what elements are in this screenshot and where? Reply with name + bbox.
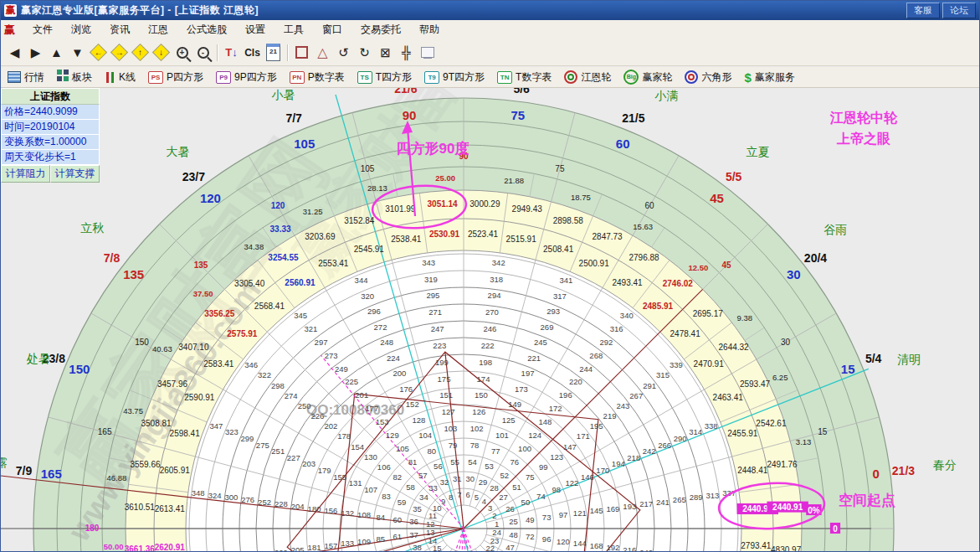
- svg-text:21/5: 21/5: [622, 111, 644, 125]
- svg-text:127: 127: [442, 407, 455, 416]
- svg-text:271: 271: [428, 307, 442, 317]
- svg-text:56: 56: [434, 462, 443, 471]
- svg-text:2568.41: 2568.41: [254, 302, 285, 311]
- diamond-right-icon[interactable]: →: [109, 43, 130, 63]
- gann-wheel-canvas[interactable]: 赢家财富网赢家财富网www.yingjia360.comQQ:100800360…: [1, 88, 980, 552]
- svg-text:72: 72: [526, 532, 535, 541]
- svg-text:2613.41: 2613.41: [155, 504, 186, 513]
- index-info-panel: 上证指数 价格=2440.9099 时间=20190104 变换系数=1.000…: [1, 88, 100, 183]
- svg-text:2898.58: 2898.58: [553, 216, 584, 225]
- svg-text:108: 108: [357, 510, 371, 519]
- rotate-cw-icon[interactable]: ↻: [354, 43, 375, 63]
- svg-text:30: 30: [466, 474, 475, 483]
- calc-resistance-button[interactable]: 计算阻力: [1, 165, 50, 183]
- p-table-button[interactable]: PNP数字表: [290, 70, 345, 85]
- hexagon-button[interactable]: 六角形: [685, 70, 731, 85]
- t-table-button[interactable]: TNT数字表: [497, 70, 552, 85]
- menu-资讯[interactable]: 资讯: [100, 20, 139, 39]
- winner-service-button[interactable]: $赢家服务: [744, 70, 794, 85]
- menu-窗口[interactable]: 窗口: [313, 20, 351, 39]
- menu-设置[interactable]: 设置: [236, 20, 275, 39]
- cls-button[interactable]: Cls: [242, 43, 263, 63]
- rotate-ccw-icon[interactable]: ↺: [333, 43, 354, 63]
- svg-text:101: 101: [495, 431, 509, 440]
- svg-text:34.38: 34.38: [244, 242, 264, 251]
- quotes-button-icon: [8, 71, 21, 83]
- svg-text:241: 241: [656, 498, 670, 507]
- menu-帮助[interactable]: 帮助: [410, 20, 449, 39]
- svg-text:120: 120: [557, 537, 570, 546]
- svg-text:2538.41: 2538.41: [391, 235, 422, 244]
- quotes-button-label: 行情: [24, 70, 44, 85]
- svg-text:73: 73: [542, 513, 552, 522]
- calendar-icon[interactable]: 21: [263, 43, 284, 63]
- center-cross-icon[interactable]: ╬: [396, 43, 417, 63]
- winner-wheel-button[interactable]: Big赢家轮: [623, 70, 672, 85]
- menu-浏览[interactable]: 浏览: [62, 20, 100, 39]
- svg-text:218: 218: [627, 453, 640, 462]
- up-icon[interactable]: ▲: [46, 43, 67, 63]
- triangle-tool-icon[interactable]: △: [312, 43, 333, 63]
- quotes-button[interactable]: 行情: [8, 70, 44, 85]
- sectors-button[interactable]: 板块: [57, 70, 92, 85]
- svg-text:2478.41: 2478.41: [670, 329, 701, 338]
- svg-text:82: 82: [393, 472, 402, 482]
- calc-support-button[interactable]: 计算支撑: [50, 165, 100, 183]
- t-square-button[interactable]: TST四方形: [357, 70, 412, 85]
- 9p-square-button[interactable]: P99P四方形: [216, 70, 277, 85]
- svg-text:2440.91: 2440.91: [772, 503, 803, 512]
- svg-text:173: 173: [515, 384, 528, 394]
- svg-text:343: 343: [422, 258, 435, 267]
- svg-text:148: 148: [538, 417, 552, 426]
- svg-text:12.50: 12.50: [688, 263, 708, 272]
- gann-wheel-button[interactable]: 江恩轮: [564, 70, 611, 85]
- svg-text:36: 36: [409, 517, 418, 526]
- menu-公式选股[interactable]: 公式选股: [177, 20, 236, 39]
- delete-box-icon[interactable]: ⊠: [375, 43, 396, 63]
- t-down-icon[interactable]: T↓: [221, 43, 242, 63]
- diamond-left-icon[interactable]: ←: [88, 43, 109, 63]
- prev-icon[interactable]: ◀: [4, 43, 25, 63]
- svg-text:3457.96: 3457.96: [157, 379, 188, 389]
- svg-text:105: 105: [361, 164, 375, 173]
- menu-江恩[interactable]: 江恩: [139, 20, 177, 39]
- svg-text:150: 150: [69, 362, 90, 376]
- zoom-in-icon[interactable]: +: [172, 43, 192, 63]
- screen-icon[interactable]: [417, 43, 438, 63]
- svg-text:2470.91: 2470.91: [694, 359, 725, 369]
- svg-text:224: 224: [387, 353, 400, 363]
- menu-交易委托[interactable]: 交易委托: [351, 20, 410, 39]
- svg-text:25.00: 25.00: [435, 173, 455, 183]
- svg-text:265: 265: [673, 495, 686, 504]
- svg-text:247: 247: [431, 324, 444, 333]
- diamond-down-icon[interactable]: ↓: [151, 43, 172, 63]
- svg-text:2500.91: 2500.91: [579, 259, 610, 268]
- svg-text:180: 180: [85, 524, 100, 533]
- diamond-up-icon[interactable]: ↑: [130, 43, 151, 63]
- svg-text:1: 1: [495, 519, 499, 529]
- svg-text:105: 105: [396, 444, 409, 453]
- next-icon[interactable]: ▶: [25, 43, 46, 63]
- down-icon[interactable]: ▼: [67, 43, 88, 63]
- svg-text:318: 318: [490, 275, 503, 284]
- menu-文件[interactable]: 文件: [23, 20, 62, 39]
- square-tool-icon[interactable]: [291, 43, 312, 63]
- svg-text:171: 171: [577, 431, 590, 441]
- p-square-button-label: P四方形: [167, 70, 203, 85]
- kline-button[interactable]: K线: [105, 70, 136, 85]
- svg-text:2598.41: 2598.41: [170, 429, 201, 438]
- svg-text:31.25: 31.25: [303, 207, 323, 216]
- p-square-button[interactable]: PSP四方形: [148, 70, 203, 85]
- svg-text:227: 227: [287, 453, 300, 462]
- 9t-square-button[interactable]: T99T四方形: [424, 70, 485, 85]
- forum-button[interactable]: 论坛: [942, 3, 976, 18]
- svg-text:75: 75: [526, 472, 535, 482]
- svg-text:3051.14: 3051.14: [428, 199, 459, 209]
- svg-text:248: 248: [380, 338, 393, 347]
- menu-工具[interactable]: 工具: [275, 20, 313, 39]
- zoom-out-icon[interactable]: -: [192, 43, 213, 63]
- svg-text:147: 147: [563, 442, 577, 451]
- svg-text:50: 50: [521, 498, 531, 507]
- customer-service-button[interactable]: 客服: [906, 3, 940, 18]
- svg-text:2605.91: 2605.91: [160, 466, 191, 475]
